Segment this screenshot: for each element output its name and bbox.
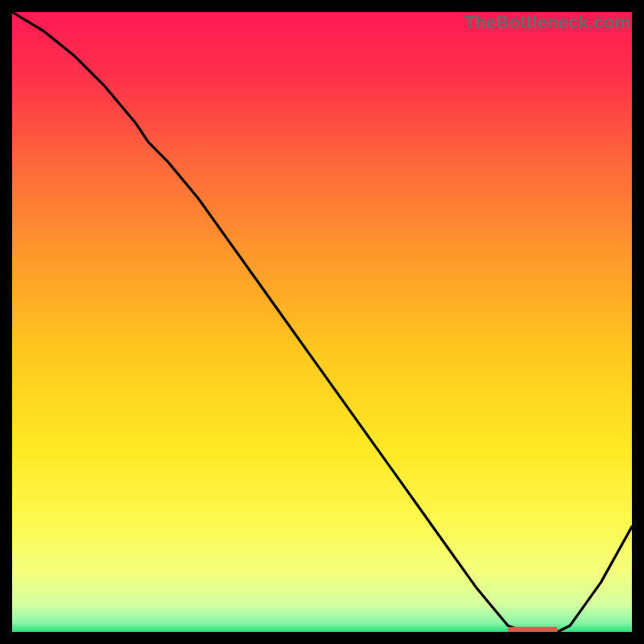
chart-frame: TheBottleneck.com	[12, 12, 632, 632]
optimal-marker	[508, 627, 558, 632]
watermark-text: TheBottleneck.com	[464, 12, 630, 33]
chart-background	[12, 12, 632, 632]
chart-svg	[12, 12, 632, 632]
